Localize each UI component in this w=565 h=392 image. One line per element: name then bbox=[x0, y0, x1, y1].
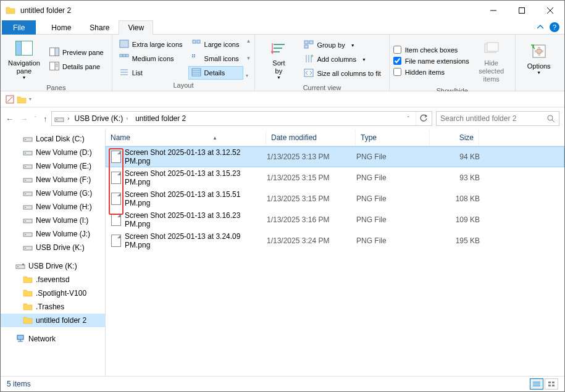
file-icon bbox=[111, 235, 121, 247]
layout-small[interactable]: Small icons bbox=[188, 52, 244, 65]
file-icon bbox=[111, 172, 121, 184]
file-row[interactable]: Screen Shot 2025-01-13 at 3.12.52 PM.png… bbox=[106, 146, 564, 167]
icons-view-button[interactable] bbox=[545, 378, 558, 390]
preview-pane-button[interactable]: Preview pane bbox=[46, 46, 108, 59]
tree-item[interactable]: .Trashes bbox=[1, 300, 105, 314]
file-row[interactable]: Screen Shot 2025-01-13 at 3.15.23 PM.png… bbox=[106, 167, 564, 188]
refresh-button[interactable] bbox=[416, 112, 430, 125]
crumb-current[interactable]: untitled folder 2 bbox=[133, 114, 188, 123]
tree-item[interactable]: Network bbox=[1, 332, 105, 346]
tree-item[interactable]: New Volume (E:) bbox=[1, 159, 105, 173]
file-extensions-toggle[interactable]: File name extensions bbox=[393, 56, 469, 66]
item-count: 5 items bbox=[7, 380, 31, 388]
forward-button[interactable]: → bbox=[20, 114, 28, 123]
file-type: PNG File bbox=[356, 215, 430, 224]
svg-point-43 bbox=[537, 49, 542, 54]
size-all-columns-button[interactable]: Size all columns to fit bbox=[301, 67, 385, 80]
up-button[interactable]: ↑ bbox=[43, 114, 48, 123]
column-headers[interactable]: Name▲ Date modified Type Size bbox=[106, 130, 564, 146]
options-button[interactable]: Options ▼ bbox=[519, 39, 559, 78]
tree-item-label: New Volume (G:) bbox=[36, 189, 92, 198]
tab-file[interactable]: File bbox=[2, 20, 36, 35]
tree-item[interactable]: New Volume (J:) bbox=[1, 227, 105, 241]
recent-dropdown[interactable]: ˅ bbox=[34, 115, 37, 122]
layout-medium[interactable]: Medium icons bbox=[116, 52, 187, 65]
drive-icon bbox=[23, 229, 33, 239]
drive-icon bbox=[23, 243, 33, 252]
file-size: 108 KB bbox=[430, 194, 480, 203]
tree-item[interactable]: .fseventsd bbox=[1, 273, 105, 286]
svg-rect-18 bbox=[192, 54, 193, 56]
tree-item[interactable]: New Volume (I:) bbox=[1, 214, 105, 227]
tree-item[interactable]: .Spotlight-V100 bbox=[1, 286, 105, 300]
group-label-current-view: Current view bbox=[259, 83, 385, 92]
tab-share[interactable]: Share bbox=[80, 20, 119, 35]
crumb-root[interactable]: USB Drive (K:)› bbox=[72, 114, 131, 123]
tree-item[interactable]: New Volume (H:) bbox=[1, 200, 105, 214]
header-type[interactable]: Type bbox=[356, 130, 430, 146]
navigation-tree[interactable]: Local Disk (C:)New Volume (D:)New Volume… bbox=[1, 130, 106, 376]
layout-large[interactable]: Large icons bbox=[188, 38, 244, 51]
layout-details[interactable]: Details bbox=[188, 66, 244, 80]
tree-item-label: USB Drive (K:) bbox=[36, 243, 85, 252]
svg-rect-20 bbox=[192, 56, 193, 57]
sort-by-button[interactable]: Sort by ▼ bbox=[259, 36, 298, 83]
address-dropdown[interactable]: ˅ bbox=[404, 115, 413, 122]
svg-rect-7 bbox=[55, 48, 59, 56]
drive-icon bbox=[23, 148, 33, 157]
tab-home[interactable]: Home bbox=[42, 20, 80, 35]
file-name: Screen Shot 2025-01-13 at 3.15.23 PM.png bbox=[125, 169, 267, 186]
file-row[interactable]: Screen Shot 2025-01-13 at 3.16.23 PM.png… bbox=[106, 209, 564, 230]
address-bar[interactable]: › USB Drive (K:)› untitled folder 2 ˅ bbox=[51, 111, 433, 126]
file-icon bbox=[111, 214, 121, 226]
header-name[interactable]: Name▲ bbox=[106, 130, 266, 146]
svg-rect-16 bbox=[123, 54, 125, 57]
back-button[interactable]: ← bbox=[6, 114, 14, 123]
svg-rect-58 bbox=[25, 193, 26, 194]
tree-item[interactable]: New Volume (F:) bbox=[1, 173, 105, 186]
group-by-button[interactable]: Group by▼ bbox=[301, 38, 385, 52]
tree-item-label: New Volume (D:) bbox=[36, 148, 92, 157]
folder-icon bbox=[23, 315, 33, 325]
tree-item[interactable]: untitled folder 2 bbox=[1, 314, 105, 327]
close-button[interactable] bbox=[536, 1, 564, 20]
header-date[interactable]: Date modified bbox=[266, 130, 356, 146]
file-date: 1/13/2025 3:13 PM bbox=[267, 152, 356, 161]
tree-item[interactable]: USB Drive (K:) bbox=[1, 241, 105, 254]
tree-item[interactable]: New Volume (D:) bbox=[1, 146, 105, 159]
group-options: Options ▼ bbox=[516, 35, 563, 91]
folder-icon[interactable] bbox=[17, 95, 27, 104]
details-pane-button[interactable]: Details pane bbox=[46, 60, 108, 73]
properties-icon[interactable] bbox=[6, 95, 14, 104]
layout-list[interactable]: List bbox=[116, 66, 187, 80]
collapse-ribbon-icon[interactable] bbox=[537, 24, 543, 30]
tree-item-label: New Volume (F:) bbox=[36, 175, 91, 184]
tab-view[interactable]: View bbox=[119, 20, 153, 35]
file-row[interactable]: Screen Shot 2025-01-13 at 3.15.51 PM.png… bbox=[106, 188, 564, 209]
svg-rect-78 bbox=[548, 385, 551, 386]
file-row[interactable]: Screen Shot 2025-01-13 at 3.24.09 PM.png… bbox=[106, 230, 564, 251]
file-type: PNG File bbox=[356, 194, 430, 203]
search-input[interactable]: Search untitled folder 2 bbox=[436, 111, 559, 126]
layout-scroll-up[interactable]: ▲ bbox=[246, 38, 251, 44]
layout-scroll-down[interactable]: ▼ bbox=[246, 56, 251, 61]
header-size[interactable]: Size bbox=[430, 130, 479, 146]
layout-expand[interactable]: ▾ bbox=[246, 73, 251, 78]
tree-item[interactable]: Local Disk (C:) bbox=[1, 132, 105, 146]
status-bar: 5 items bbox=[1, 377, 564, 391]
details-view-button[interactable] bbox=[530, 378, 543, 390]
add-columns-button[interactable]: +Add columns▼ bbox=[301, 52, 385, 66]
file-date: 1/13/2025 3:24 PM bbox=[267, 236, 356, 245]
minimize-button[interactable] bbox=[479, 1, 508, 20]
hidden-items-toggle[interactable]: Hidden items bbox=[393, 67, 469, 77]
item-check-boxes-toggle[interactable]: Item check boxes bbox=[393, 44, 469, 55]
tree-item[interactable]: New Volume (G:) bbox=[1, 186, 105, 200]
tree-item[interactable]: USB Drive (K:) bbox=[1, 259, 105, 273]
layout-extra-large[interactable]: Extra large icons bbox=[116, 38, 187, 51]
hide-selected-button[interactable]: Hide selected items bbox=[472, 36, 511, 86]
navigation-pane-button[interactable]: Navigation pane ▼ bbox=[4, 36, 44, 83]
maximize-button[interactable] bbox=[508, 1, 536, 20]
svg-rect-62 bbox=[25, 220, 26, 222]
help-icon[interactable]: ? bbox=[550, 22, 559, 32]
file-pane[interactable]: Name▲ Date modified Type Size Screen Sho… bbox=[106, 130, 564, 376]
